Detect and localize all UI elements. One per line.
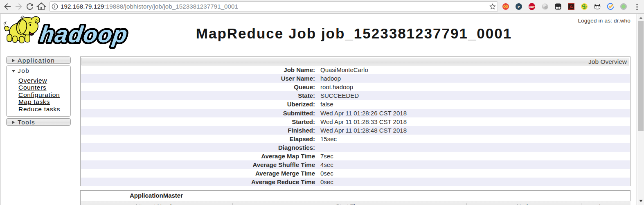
svg-text:hadoop: hadoop (38, 21, 130, 47)
svg-text:ABP: ABP (529, 5, 535, 8)
svg-text:e: e (518, 3, 520, 9)
